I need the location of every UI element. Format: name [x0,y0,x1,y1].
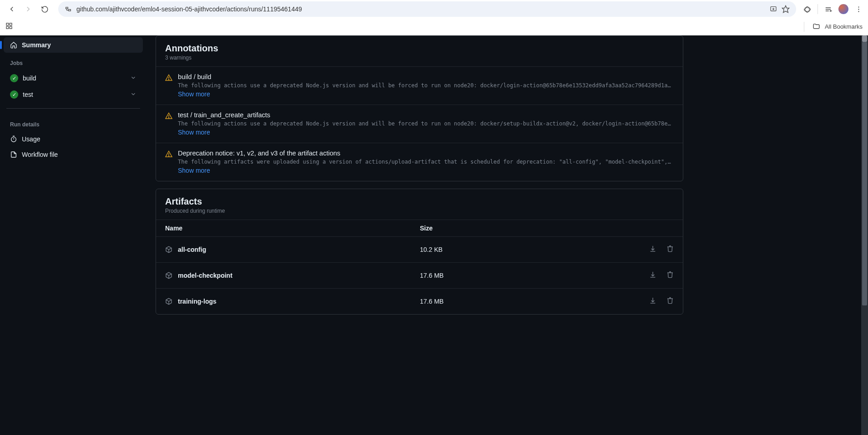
artifact-name-link[interactable]: training-logs [178,298,217,305]
artifact-name-link[interactable]: model-checkpoint [178,272,232,279]
divider [6,108,140,109]
bookmark-star-icon[interactable] [782,5,790,13]
sidebar-summary[interactable]: Summary [4,37,143,53]
sidebar-workflow-file[interactable]: Workflow file [4,147,143,162]
folder-icon [812,23,820,30]
chevron-down-icon[interactable] [130,75,136,82]
scroll-thumb[interactable] [862,42,867,305]
artifact-size: 10.2 KB [420,246,649,253]
annotation-item: Deprecation notice: v1, v2, and v3 of th… [156,143,683,181]
artifact-size: 17.6 MB [420,272,649,279]
col-name-header: Name [165,225,420,232]
show-more-link[interactable]: Show more [178,90,210,98]
package-icon [165,246,172,253]
sidebar-usage[interactable]: Usage [4,131,143,147]
browser-toolbar: github.com/ajithvcoder/emlo4-session-05-… [0,0,868,18]
annotation-item: build / build The following actions use … [156,66,683,105]
menu-icon[interactable] [855,5,863,13]
package-icon [165,298,172,305]
annotation-item: test / train_and_create_artifacts The fo… [156,105,683,143]
delete-icon[interactable] [666,297,674,306]
url-text: github.com/ajithvcoder/emlo4-session-05-… [76,5,765,13]
delete-icon[interactable] [666,271,674,280]
chevron-down-icon[interactable] [130,91,136,99]
artifact-row: training-logs 17.6 MB [156,288,683,314]
svg-point-12 [858,11,859,12]
workflow-file-label: Workflow file [22,151,58,158]
svg-rect-16 [10,26,12,29]
usage-label: Usage [22,135,40,143]
artifact-row: all-config 10.2 KB [156,236,683,262]
annotations-subtitle: 3 warnings [165,55,674,61]
forward-button[interactable] [22,3,35,15]
svg-point-21 [168,79,169,80]
workflow-file-icon [10,151,17,158]
annotations-panel: Annotations 3 warnings build / build The… [156,35,683,181]
reading-list-icon[interactable] [824,5,832,13]
show-more-link[interactable]: Show more [178,129,210,136]
sidebar: Summary Jobs ✓ build ✓ test Run details … [0,35,146,435]
download-icon[interactable] [649,297,656,306]
sidebar-job-test[interactable]: ✓ test [4,86,143,103]
divider [804,22,804,32]
annotation-title: build / build [178,73,674,80]
divider [818,4,818,14]
back-button[interactable] [5,3,18,15]
annotations-title: Annotations [165,43,674,54]
job-label: build [23,75,36,82]
svg-point-17 [11,137,16,142]
svg-rect-14 [10,23,12,25]
svg-rect-1 [69,10,71,11]
download-icon[interactable] [649,245,656,254]
artifact-row: model-checkpoint 17.6 MB [156,262,683,288]
svg-rect-15 [6,26,9,29]
bookmarks-bar: All Bookmarks [0,18,868,35]
warning-icon [165,74,172,81]
profile-avatar[interactable] [838,4,848,14]
package-icon [165,272,172,279]
run-details-heading: Run details [4,114,143,131]
download-icon[interactable] [649,271,656,280]
scroll-up-arrow[interactable] [862,35,867,42]
svg-point-11 [858,9,859,10]
install-icon[interactable] [770,5,777,13]
address-bar[interactable]: github.com/ajithvcoder/emlo4-session-05-… [58,1,796,17]
annotation-message: The following actions use a deprecated N… [178,120,674,127]
stopwatch-icon [10,135,17,143]
sidebar-summary-label: Summary [22,41,51,49]
svg-point-25 [168,155,169,156]
artifact-size: 17.6 MB [420,298,649,305]
extensions-icon[interactable] [803,5,811,13]
annotation-message: The following artifacts were uploaded us… [178,159,674,165]
svg-marker-6 [782,6,789,13]
svg-point-10 [858,6,859,7]
svg-rect-13 [6,23,9,25]
site-info-icon[interactable] [65,5,72,13]
show-more-link[interactable]: Show more [178,167,210,174]
artifacts-subtitle: Produced during runtime [165,208,674,214]
col-size-header: Size [420,225,651,232]
annotation-title: Deprecation notice: v1, v2, and v3 of th… [178,150,674,157]
home-icon [10,41,17,49]
artifacts-panel: Artifacts Produced during runtime Name S… [156,189,683,315]
artifacts-title: Artifacts [165,196,674,207]
scrollbar[interactable] [861,35,868,435]
delete-icon[interactable] [666,245,674,254]
github-actions-page: Summary Jobs ✓ build ✓ test Run details … [0,35,868,435]
job-label: test [23,91,33,98]
apps-icon[interactable] [5,22,13,31]
main-content: Annotations 3 warnings build / build The… [146,35,692,435]
reload-button[interactable] [38,3,51,15]
jobs-heading: Jobs [4,53,143,70]
artifact-name-link[interactable]: all-config [178,246,206,253]
success-check-icon: ✓ [10,74,18,82]
sidebar-job-build[interactable]: ✓ build [4,70,143,86]
annotation-title: test / train_and_create_artifacts [178,111,674,119]
annotation-message: The following actions use a deprecated N… [178,82,674,89]
artifacts-table-header: Name Size [156,220,683,236]
success-check-icon: ✓ [10,90,18,99]
svg-point-23 [168,117,169,118]
all-bookmarks-link[interactable]: All Bookmarks [825,23,863,30]
warning-icon [165,150,172,158]
warning-icon [165,112,172,120]
